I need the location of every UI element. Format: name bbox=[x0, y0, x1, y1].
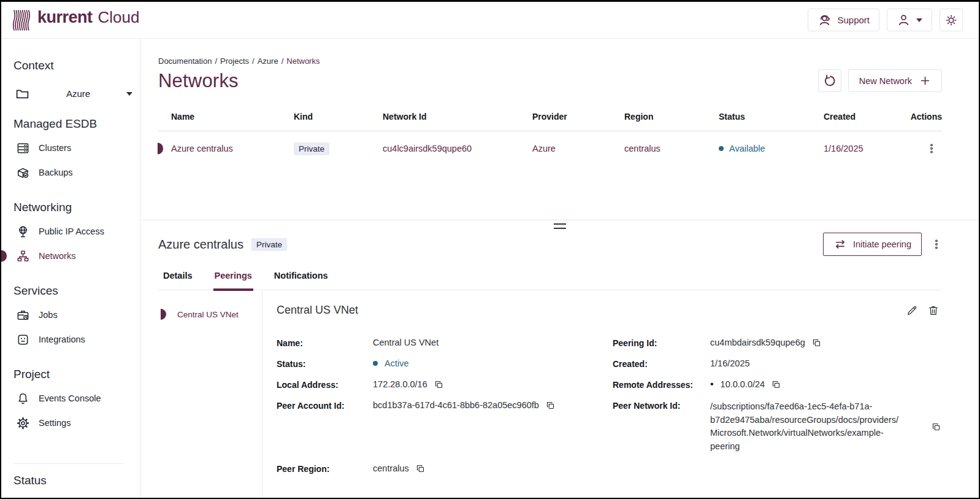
field-value-remote-address: 10.0.0.0/24 bbox=[721, 379, 765, 389]
clusters-icon bbox=[16, 141, 30, 155]
copy-icon bbox=[416, 464, 425, 473]
field-label-created: Created: bbox=[613, 358, 710, 369]
sidebar-item-backups[interactable]: Backups bbox=[1, 160, 140, 185]
cell-name[interactable]: Azure centralus bbox=[158, 144, 294, 153]
context-selector[interactable]: Azure bbox=[15, 86, 132, 101]
breadcrumb-separator: / bbox=[252, 56, 255, 66]
top-bar: kurrent Cloud Support bbox=[1, 2, 979, 39]
column-header-created: Created bbox=[824, 107, 909, 131]
sidebar-item-settings[interactable]: Settings bbox=[1, 411, 140, 435]
field-value-peer-network-id: /subscriptions/fa7eed6a-1ec5-4efa-b71a-b… bbox=[710, 400, 903, 453]
column-header-status: Status bbox=[719, 107, 824, 131]
field-value-local-address: 172.28.0.0/16 bbox=[373, 379, 427, 389]
network-table-row[interactable]: Azure centralus Private cu4lc9airsdk59qu… bbox=[158, 131, 942, 166]
sidebar-item-networks[interactable]: Networks bbox=[1, 244, 140, 268]
refresh-icon bbox=[823, 74, 836, 88]
copy-local-address-button[interactable] bbox=[434, 380, 443, 389]
column-header-region: Region bbox=[624, 107, 719, 131]
networks-list-section: Documentation/Projects/Azure/Networks Ne… bbox=[140, 39, 979, 220]
section-heading-networking: Networking bbox=[13, 201, 140, 214]
peering-item-label: Central US VNet bbox=[177, 310, 239, 319]
plus-icon bbox=[919, 75, 931, 87]
status-dot bbox=[373, 361, 378, 366]
chevron-down-icon bbox=[916, 18, 922, 22]
tab-details[interactable]: Details bbox=[162, 271, 194, 291]
section-heading-managed-esdb: Managed ESDB bbox=[13, 117, 140, 131]
breadcrumb-separator: / bbox=[215, 56, 217, 66]
panel-splitter bbox=[140, 220, 979, 220]
peerings-list: Central US VNet bbox=[158, 290, 262, 499]
pencil-icon bbox=[906, 304, 918, 317]
page-title: Networks bbox=[158, 70, 239, 92]
sidebar-item-jobs[interactable]: Jobs bbox=[1, 303, 140, 327]
kurrent-cloud-logo[interactable]: kurrent Cloud bbox=[12, 8, 139, 33]
sidebar-item-events-console[interactable]: Events Console bbox=[1, 386, 140, 411]
field-label-status: Status: bbox=[277, 358, 373, 369]
bell-icon bbox=[16, 392, 30, 406]
field-label-peer-network-id: Peer Network Id: bbox=[613, 400, 710, 411]
copy-peering-id-button[interactable] bbox=[812, 338, 821, 347]
peering-list-item[interactable]: Central US VNet bbox=[158, 305, 262, 323]
sidebar-item-label: Integrations bbox=[39, 335, 85, 344]
copy-icon bbox=[771, 380, 781, 389]
initiate-peering-button[interactable]: Initiate peering bbox=[823, 233, 922, 256]
active-indicator bbox=[161, 309, 166, 320]
detail-actions-kebab-icon[interactable] bbox=[931, 238, 942, 250]
backups-icon bbox=[16, 166, 30, 180]
copy-icon bbox=[434, 380, 443, 389]
briefcase-clock-icon bbox=[16, 308, 30, 322]
networks-icon bbox=[16, 249, 30, 263]
field-label-peer-region: Peer Region: bbox=[277, 463, 373, 474]
breadcrumb-projects[interactable]: Projects bbox=[220, 56, 249, 66]
field-label-local-address: Local Address: bbox=[277, 379, 373, 390]
initiate-peering-label: Initiate peering bbox=[853, 239, 911, 249]
theme-toggle-button[interactable] bbox=[940, 9, 963, 31]
detail-tabbar: Details Peerings Notifications bbox=[158, 271, 942, 290]
section-heading-project: Project bbox=[13, 368, 140, 381]
copy-peer-network-id-button[interactable] bbox=[932, 422, 941, 431]
copy-peer-region-button[interactable] bbox=[416, 464, 425, 473]
support-button[interactable]: Support bbox=[808, 9, 879, 31]
edit-peering-button[interactable] bbox=[906, 304, 918, 317]
tab-notifications[interactable]: Notifications bbox=[273, 271, 329, 291]
sidebar-item-integrations[interactable]: Integrations bbox=[1, 327, 140, 352]
breadcrumb-documentation[interactable]: Documentation bbox=[158, 56, 212, 66]
sidebar: Context Azure Managed ESDB bbox=[1, 39, 140, 498]
tab-peerings[interactable]: Peerings bbox=[213, 271, 253, 291]
breadcrumb-azure[interactable]: Azure bbox=[258, 56, 278, 66]
peering-title: Central US VNet bbox=[277, 304, 358, 317]
user-menu-button[interactable] bbox=[887, 9, 932, 31]
copy-icon bbox=[546, 401, 555, 410]
sidebar-item-label: Networks bbox=[39, 251, 75, 261]
refresh-button[interactable] bbox=[818, 69, 841, 92]
main-content: Documentation/Projects/Azure/Networks Ne… bbox=[140, 39, 979, 498]
status-dot bbox=[719, 146, 724, 151]
new-network-label: New Network bbox=[859, 76, 912, 86]
copy-remote-address-button[interactable] bbox=[771, 380, 781, 389]
network-detail-title: Azure centralus bbox=[158, 238, 243, 252]
copy-peer-account-id-button[interactable] bbox=[546, 401, 555, 410]
sidebar-item-clusters[interactable]: Clusters bbox=[1, 136, 140, 160]
user-icon bbox=[897, 13, 911, 27]
panel-resize-handle[interactable] bbox=[554, 223, 566, 229]
sidebar-item-label: Backups bbox=[39, 168, 73, 177]
active-indicator bbox=[1, 250, 7, 262]
sun-icon bbox=[944, 14, 958, 27]
field-value-peering-id: cu4mbdairsdk59qupe6g bbox=[710, 338, 805, 347]
logo-waves-icon bbox=[12, 8, 32, 33]
section-heading-status: Status bbox=[13, 474, 140, 487]
folder-icon bbox=[15, 86, 30, 101]
field-label-remote-addresses: Remote Addresses: bbox=[613, 379, 710, 390]
cell-region: centralus bbox=[624, 144, 719, 153]
breadcrumb-current: Networks bbox=[286, 56, 320, 66]
row-actions-kebab-icon[interactable] bbox=[926, 142, 937, 155]
column-header-actions: Actions bbox=[909, 107, 942, 131]
new-network-button[interactable]: New Network bbox=[848, 69, 942, 92]
copy-icon bbox=[932, 422, 941, 431]
delete-peering-button[interactable] bbox=[927, 304, 940, 317]
cell-network-id: cu4lc9airsdk59qupe60 bbox=[383, 144, 532, 153]
network-detail-section: Azure centralus Private Initiate peering bbox=[140, 220, 979, 499]
sidebar-item-public-ip-access[interactable]: Public IP Access bbox=[1, 219, 140, 244]
column-header-provider: Provider bbox=[532, 107, 624, 131]
support-headset-icon bbox=[817, 13, 832, 27]
